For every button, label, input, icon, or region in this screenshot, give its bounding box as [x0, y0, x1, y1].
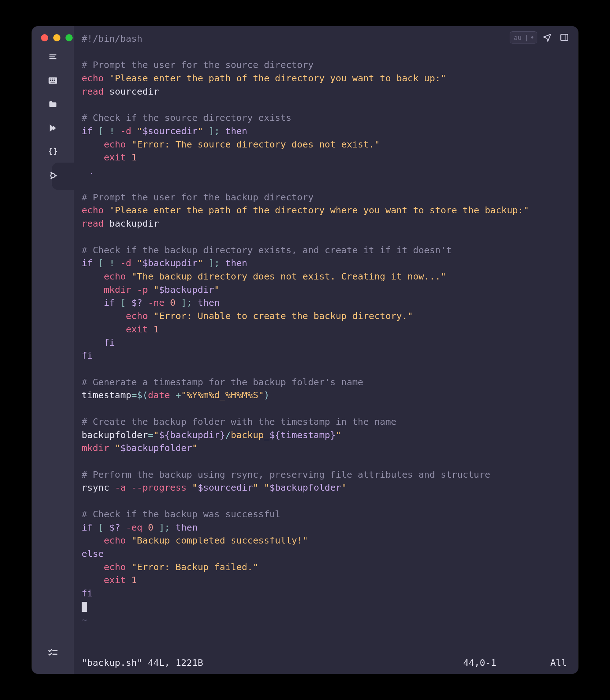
window-controls: [41, 34, 73, 41]
svg-rect-7: [51, 79, 53, 79]
editor-area[interactable]: #!/bin/bash # Prompt the user for the so…: [74, 26, 578, 674]
keyboard-icon: [48, 77, 58, 86]
sidebar-braces-button[interactable]: [47, 147, 58, 158]
shebang-line: #!/bin/bash: [82, 33, 142, 44]
svg-rect-12: [50, 82, 55, 82]
sidebar-forward-button[interactable]: [47, 123, 58, 134]
status-scroll-pos: All: [550, 657, 570, 668]
close-button[interactable]: [41, 34, 48, 41]
checklist-icon: [47, 648, 58, 660]
braces-icon: [48, 147, 58, 158]
svg-point-15: [50, 172, 52, 174]
sync-status-pill[interactable]: au |: [510, 31, 537, 44]
minimize-button[interactable]: [53, 34, 60, 41]
svg-point-16: [50, 177, 52, 179]
maximize-button[interactable]: [65, 34, 73, 41]
sync-status-text: au: [514, 34, 522, 41]
svg-rect-11: [54, 80, 55, 81]
forward-icon: [48, 123, 58, 134]
empty-line-tilde: ~: [82, 614, 87, 625]
code-content[interactable]: #!/bin/bash # Prompt the user for the so…: [82, 32, 570, 656]
menu-icon: [48, 52, 58, 63]
svg-point-14: [55, 174, 56, 176]
sidebar: [32, 26, 74, 674]
app-window: au |: [32, 26, 578, 674]
ubuntu-icon: [48, 171, 58, 182]
sidebar-keyboard-button[interactable]: [47, 76, 58, 87]
folder-icon: [48, 100, 58, 110]
sidebar-folder-button[interactable]: [47, 100, 58, 110]
svg-rect-0: [561, 34, 568, 40]
sidebar-terminal-button[interactable]: [47, 171, 58, 182]
svg-rect-6: [50, 79, 51, 79]
svg-rect-8: [54, 79, 55, 79]
svg-rect-9: [50, 80, 51, 81]
status-file-info: "backup.sh" 44L, 1221B: [82, 657, 203, 668]
svg-point-13: [51, 173, 55, 178]
panels-button[interactable]: [557, 31, 572, 44]
share-icon: [542, 33, 552, 42]
status-cursor-pos: 44,0-1: [218, 657, 536, 668]
svg-rect-10: [51, 80, 53, 81]
sidebar-menu-button[interactable]: [47, 52, 58, 63]
share-button[interactable]: [540, 31, 555, 44]
toolbar-right: au |: [510, 31, 572, 44]
status-bar: "backup.sh" 44L, 1221B 44,0-1 All: [82, 656, 570, 671]
sidebar-tasks-button[interactable]: [47, 649, 58, 659]
status-dot-icon: [531, 36, 533, 38]
cursor: [82, 602, 87, 612]
panels-icon: [560, 33, 569, 42]
window-body: #!/bin/bash # Prompt the user for the so…: [32, 26, 578, 674]
